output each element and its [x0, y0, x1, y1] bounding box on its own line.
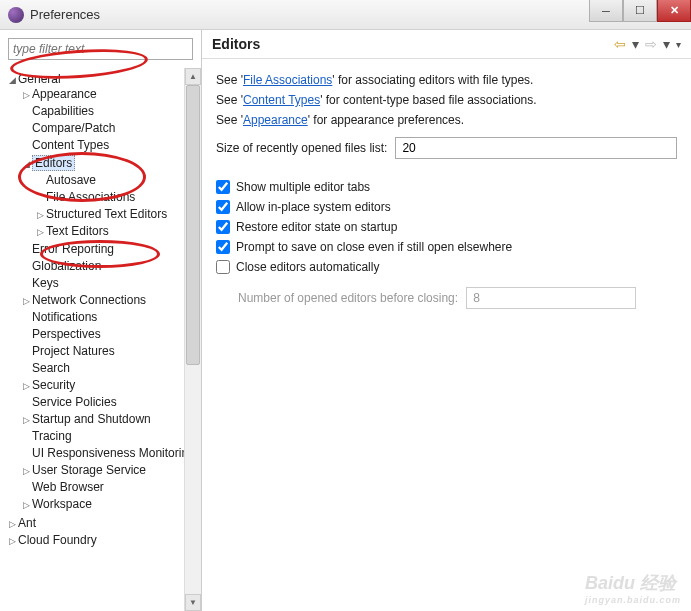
- intro-line-1: See 'File Associations' for associating …: [216, 73, 677, 87]
- minimize-button[interactable]: [589, 0, 623, 22]
- chk-inplace-editors[interactable]: Allow in-place system editors: [216, 197, 677, 217]
- chk-restore-state[interactable]: Restore editor state on startup: [216, 217, 677, 237]
- tree-item-security[interactable]: Security: [32, 378, 75, 392]
- tree-item-appearance[interactable]: Appearance: [32, 87, 97, 101]
- tree-item-autosave[interactable]: Autosave: [46, 173, 96, 187]
- view-menu-icon[interactable]: ▾: [676, 39, 681, 50]
- titlebar: Preferences: [0, 0, 691, 30]
- eclipse-icon: [8, 7, 24, 23]
- intro-line-2: See 'Content Types' for content-type bas…: [216, 93, 677, 107]
- scroll-down-icon[interactable]: ▼: [185, 594, 201, 611]
- tree-item-editors[interactable]: Editors: [32, 155, 75, 171]
- tree-item-project-natures[interactable]: Project Natures: [32, 344, 115, 358]
- window-title: Preferences: [30, 7, 100, 22]
- preferences-tree[interactable]: General Appearance Capabilities Compare/…: [6, 70, 201, 548]
- forward-menu-icon[interactable]: ▾: [663, 36, 670, 52]
- file-associations-link[interactable]: File Associations: [243, 73, 332, 87]
- tree-item-ui-responsiveness[interactable]: UI Responsiveness Monitoring: [32, 446, 195, 460]
- tree-item-startup[interactable]: Startup and Shutdown: [32, 412, 151, 426]
- tree-item-ant[interactable]: Ant: [18, 516, 36, 530]
- tree-item-web-browser[interactable]: Web Browser: [32, 480, 104, 494]
- tree-item-keys[interactable]: Keys: [32, 276, 59, 290]
- chk-multiple-tabs[interactable]: Show multiple editor tabs: [216, 177, 677, 197]
- main-panel: Editors ⇦▾ ⇨▾ ▾ See 'File Associations' …: [202, 30, 691, 611]
- tree-item-workspace[interactable]: Workspace: [32, 497, 92, 511]
- scroll-thumb[interactable]: [186, 85, 200, 365]
- intro-line-3: See 'Appearance' for appearance preferen…: [216, 113, 677, 127]
- window-buttons: [589, 0, 691, 22]
- appearance-link[interactable]: Appearance: [243, 113, 308, 127]
- back-icon[interactable]: ⇦: [614, 36, 626, 52]
- tree-item-service-policies[interactable]: Service Policies: [32, 395, 117, 409]
- tree-item-globalization[interactable]: Globalization: [32, 259, 101, 273]
- tree-item-notifications[interactable]: Notifications: [32, 310, 97, 324]
- tree-item-structured[interactable]: Structured Text Editors: [46, 207, 167, 221]
- tree-scrollbar[interactable]: ▲ ▼: [184, 68, 201, 611]
- sidebar: General Appearance Capabilities Compare/…: [0, 30, 202, 611]
- filter-input[interactable]: [8, 38, 193, 60]
- forward-icon[interactable]: ⇨: [645, 36, 657, 52]
- tree-item-cloud[interactable]: Cloud Foundry: [18, 533, 97, 547]
- tree-item-file-associations[interactable]: File Associations: [46, 190, 135, 204]
- chk-close-auto[interactable]: Close editors automatically: [216, 257, 677, 277]
- tree-item-compare[interactable]: Compare/Patch: [32, 121, 115, 135]
- tree-item-search[interactable]: Search: [32, 361, 70, 375]
- tree-item-perspectives[interactable]: Perspectives: [32, 327, 101, 341]
- back-menu-icon[interactable]: ▾: [632, 36, 639, 52]
- tree-item-general[interactable]: General: [18, 72, 61, 86]
- maximize-button[interactable]: [623, 0, 657, 22]
- tree-item-content-types[interactable]: Content Types: [32, 138, 109, 152]
- tree-item-network[interactable]: Network Connections: [32, 293, 146, 307]
- page-title: Editors: [212, 36, 614, 52]
- recent-files-input[interactable]: [395, 137, 677, 159]
- tree-item-tracing[interactable]: Tracing: [32, 429, 72, 443]
- tree-item-error-reporting[interactable]: Error Reporting: [32, 242, 114, 256]
- close-button[interactable]: [657, 0, 691, 22]
- num-editors-label: Number of opened editors before closing:: [238, 291, 458, 305]
- content-types-link[interactable]: Content Types: [243, 93, 320, 107]
- tree-item-text-editors[interactable]: Text Editors: [46, 224, 109, 238]
- chk-prompt-save[interactable]: Prompt to save on close even if still op…: [216, 237, 677, 257]
- num-editors-input: [466, 287, 636, 309]
- scroll-up-icon[interactable]: ▲: [185, 68, 201, 85]
- tree-item-capabilities[interactable]: Capabilities: [32, 104, 94, 118]
- recent-files-label: Size of recently opened files list:: [216, 141, 387, 155]
- tree-item-user-storage[interactable]: User Storage Service: [32, 463, 146, 477]
